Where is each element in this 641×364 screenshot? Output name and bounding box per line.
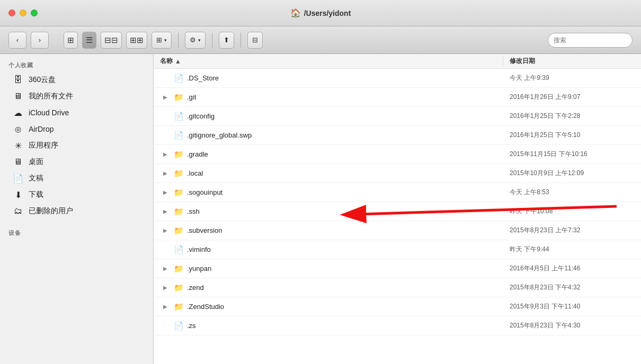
view-coverflow-icon: ⊞⊞ xyxy=(130,35,144,45)
share-icon: ⬆ xyxy=(224,36,229,44)
forward-button[interactable]: › xyxy=(31,32,49,49)
back-button[interactable]: ‹ xyxy=(8,32,26,49)
folder-icon: 📁 xyxy=(174,207,184,216)
file-row-name: ▶📁.local xyxy=(154,168,503,179)
airdrop-icon: ◎ xyxy=(13,124,23,134)
folder-icon: 📁 xyxy=(174,302,184,312)
file-name-label: .gitignore_global.swp xyxy=(187,131,252,139)
minimize-button[interactable] xyxy=(20,10,26,16)
file-name-label: .yunpan xyxy=(187,265,211,272)
view-list-icon: ☰ xyxy=(86,35,93,45)
title-path: /Users/yidont xyxy=(304,9,351,17)
sidebar-label-applications: 应用程序 xyxy=(29,141,58,150)
expand-chevron-icon[interactable]: ▶ xyxy=(160,225,171,236)
path-icon: ⊟ xyxy=(252,36,258,44)
table-row[interactable]: ▶📁.subversion2015年8月23日 上午7:32 xyxy=(154,221,641,240)
file-date-label: 今天 上午9:39 xyxy=(503,74,641,83)
table-row[interactable]: 📄.DS_Store今天 上午9:39 xyxy=(154,69,641,88)
file-row-name: ▶📁.gradle xyxy=(154,149,503,160)
table-row[interactable]: ▶📁.git2016年1月26日 上午9:07 xyxy=(154,88,641,107)
table-row[interactable]: 📄.zs2015年8月23日 下午4:30 xyxy=(154,316,641,335)
sidebar-item-airdrop[interactable]: ◎ AirDrop xyxy=(4,121,149,137)
back-icon: ‹ xyxy=(16,36,19,44)
col-date-label: 修改日期 xyxy=(510,57,535,65)
sidebar-item-allfiles[interactable]: 🖥 我的所有文件 xyxy=(4,88,149,104)
expand-chevron-icon[interactable]: ▶ xyxy=(160,168,171,179)
file-row-name: ▶📁.ZendStudio xyxy=(154,302,503,312)
file-date-label: 昨天 下午9:44 xyxy=(503,245,641,254)
expand-chevron-icon[interactable]: ▶ xyxy=(160,149,171,160)
file-icon: 📄 xyxy=(174,245,184,254)
sidebar-label-icloud: iCloud Drive xyxy=(29,108,69,117)
view-columns-button[interactable]: ⊟⊟ xyxy=(101,32,122,49)
file-name-label: .ZendStudio xyxy=(187,303,224,311)
table-row[interactable]: ▶📁.sogouinput今天 上午8:53 xyxy=(154,183,641,202)
table-row[interactable]: ▶📁.yunpan2016年4月5日 上午11:46 xyxy=(154,259,641,278)
sidebar-item-desktop[interactable]: 🖥 桌面 xyxy=(4,154,149,170)
table-row[interactable]: ▶📁.local2015年10月9日 上午12:09 xyxy=(154,164,641,183)
gear-icon: ⚙ xyxy=(190,36,196,44)
file-row-name: ▶📁.sogouinput xyxy=(154,187,503,198)
expand-chevron-icon[interactable]: ▶ xyxy=(160,187,171,198)
sidebar-item-yunpan360[interactable]: 🗄 360云盘 xyxy=(4,72,149,88)
expand-chevron-icon[interactable]: ▶ xyxy=(160,92,171,103)
folder-icon: 📁 xyxy=(174,93,184,102)
search-input[interactable] xyxy=(548,33,633,48)
section-favorites-header: 个人收藏 xyxy=(0,58,153,71)
sidebar-item-icloud[interactable]: ☁ iCloud Drive xyxy=(4,105,149,121)
view-icon-button[interactable]: ⊞ xyxy=(64,32,78,49)
table-row[interactable]: ▶📁.ZendStudio2015年9月3日 下午11:40 xyxy=(154,297,641,316)
forward-icon: › xyxy=(39,36,41,44)
file-date-label: 2015年8月23日 上午7:32 xyxy=(503,226,641,235)
trash-icon: 🗂 xyxy=(13,206,23,216)
table-row[interactable]: ▶📁.ssh昨天 下午10:08 xyxy=(154,202,641,221)
file-row-name: ▶📁.zend xyxy=(154,283,503,293)
table-row[interactable]: 📄.gitignore_global.swp2016年1月25日 下午5:10 xyxy=(154,126,641,145)
col-name-header[interactable]: 名称 ▲ xyxy=(154,57,503,66)
file-name-label: .DS_Store xyxy=(187,74,219,82)
view-grid-button[interactable]: ⊞ ▾ xyxy=(152,32,172,49)
sidebar-item-downloads[interactable]: ⬇ 下载 xyxy=(4,187,149,203)
main-layout: 个人收藏 🗄 360云盘 🖥 我的所有文件 ☁ iCloud Drive ◎ A… xyxy=(0,54,641,364)
action-gear-button[interactable]: ⚙ ▾ xyxy=(185,32,206,49)
expand-chevron-icon[interactable]: ▶ xyxy=(160,283,171,293)
table-row[interactable]: ▶📁.zend2015年8月23日 下午4:32 xyxy=(154,278,641,297)
share-button[interactable]: ⬆ xyxy=(219,32,234,49)
sidebar-label-airdrop: AirDrop xyxy=(29,125,54,133)
folder-icon: 📁 xyxy=(174,283,184,293)
file-date-label: 2015年10月9日 上午12:09 xyxy=(503,169,641,178)
close-button[interactable] xyxy=(8,10,15,16)
expand-chevron-icon[interactable]: ▶ xyxy=(160,263,171,274)
col-date-header[interactable]: 修改日期 xyxy=(503,57,641,66)
sidebar-label-desktop: 桌面 xyxy=(29,157,43,167)
sidebar: 个人收藏 🗄 360云盘 🖥 我的所有文件 ☁ iCloud Drive ◎ A… xyxy=(0,54,154,364)
expand-chevron-icon[interactable]: ▶ xyxy=(160,302,171,312)
file-row-name: ▶📁.ssh xyxy=(154,206,503,217)
path-button[interactable]: ⊟ xyxy=(247,32,263,49)
file-row-name: 📄.viminfo xyxy=(154,245,503,254)
file-date-label: 2016年1月26日 上午9:07 xyxy=(503,93,641,102)
sidebar-label-documents: 文稿 xyxy=(29,174,43,183)
file-row-name: ▶📁.git xyxy=(154,92,503,103)
window-controls xyxy=(8,10,38,16)
file-list-container[interactable]: 名称 ▲ 修改日期 📄.DS_Store今天 上午9:39▶📁.git2016年… xyxy=(154,54,641,364)
table-row[interactable]: ▶📁.gradle2015年11月15日 下午10:16 xyxy=(154,145,641,164)
folder-icon: 📁 xyxy=(174,150,184,159)
separator-1 xyxy=(178,33,179,48)
file-icon: 📄 xyxy=(174,112,184,121)
file-name-label: .gitconfig xyxy=(187,112,215,120)
view-coverflow-button[interactable]: ⊞⊞ xyxy=(126,32,147,49)
table-row[interactable]: 📄.viminfo昨天 下午9:44 xyxy=(154,240,641,259)
view-list-button[interactable]: ☰ xyxy=(82,32,96,49)
file-date-label: 2015年11月15日 下午10:16 xyxy=(503,150,641,159)
sidebar-item-applications[interactable]: ✳ 应用程序 xyxy=(4,138,149,153)
expand-chevron-icon[interactable]: ▶ xyxy=(160,206,171,217)
sidebar-item-documents[interactable]: 📄 文稿 xyxy=(4,170,149,186)
maximize-button[interactable] xyxy=(31,10,38,16)
sidebar-item-trash[interactable]: 🗂 已删除的用户 xyxy=(4,203,149,219)
sort-asc-icon: ▲ xyxy=(175,58,181,65)
table-row[interactable]: 📄.gitconfig2016年1月25日 下午2:28 xyxy=(154,107,641,126)
sidebar-label-trash: 已删除的用户 xyxy=(29,206,73,216)
file-list-wrapper: 名称 ▲ 修改日期 📄.DS_Store今天 上午9:39▶📁.git2016年… xyxy=(154,54,641,335)
file-date-label: 2015年8月23日 下午4:30 xyxy=(503,321,641,330)
